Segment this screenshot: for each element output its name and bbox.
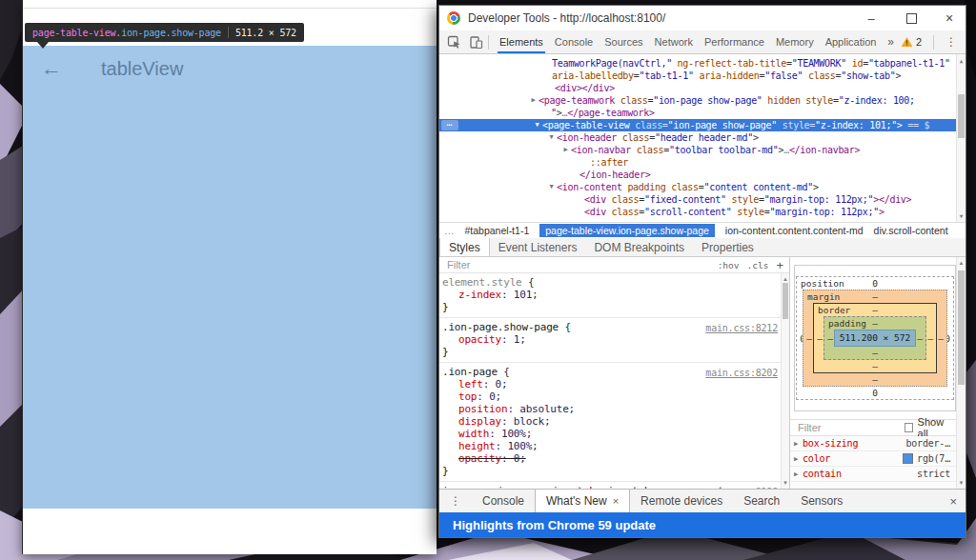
breadcrumb-item[interactable]: page-table-view.ion-page.show-page — [539, 224, 715, 237]
box-model-position[interactable]: position 0 0 0 0 margin – – – – border — [796, 276, 954, 400]
scrollbar-thumb[interactable] — [783, 283, 788, 319]
inspect-element-icon[interactable] — [447, 30, 461, 53]
tree-row[interactable]: ▼<page-table-view class="ion-page show-p… — [439, 119, 956, 131]
tree-row[interactable]: <div class="scroll-content" style="margi… — [439, 206, 956, 218]
computed-value-text: strict — [917, 469, 950, 479]
tree-row[interactable]: <div></div> — [439, 82, 956, 94]
tab-elements[interactable]: Elements — [494, 30, 549, 53]
computed-row[interactable]: ▶containstrict — [790, 467, 956, 482]
stylesheet-link[interactable]: main.css:8202 — [705, 367, 778, 379]
tree-row[interactable]: ::after — [439, 156, 956, 169]
tree-row[interactable]: ▼<ion-content padding class="content con… — [439, 181, 956, 193]
elements-scrollbar[interactable]: ▲ ▼ — [956, 54, 966, 222]
tab-console[interactable]: Console — [549, 30, 599, 53]
breadcrumb-item[interactable]: … — [444, 225, 455, 236]
tree-row[interactable]: <div class="fixed-content" style="margin… — [439, 193, 956, 206]
inspect-tooltip: page-table-view.ion-page.show-page 511.2… — [25, 23, 304, 42]
warning-count: 2 — [916, 36, 922, 48]
css-property[interactable]: width: 100%; — [442, 428, 785, 440]
drawer-menu-icon[interactable]: ⋮ — [450, 490, 461, 512]
tab-network[interactable]: Network — [649, 30, 699, 53]
warnings-indicator[interactable]: 2 — [901, 36, 922, 48]
box-model-border[interactable]: border – – – – padding – – – — [813, 303, 937, 373]
sidebar-tab-styles[interactable]: Styles — [439, 238, 490, 256]
style-filter-controls: :hov.cls+ — [718, 258, 783, 272]
expand-arrow-icon[interactable]: ▶ — [528, 94, 539, 107]
scroll-down-icon[interactable]: ▼ — [957, 480, 966, 486]
css-property[interactable]: opacity: 0; — [442, 452, 785, 465]
scroll-up-icon[interactable]: ▲ — [782, 276, 789, 282]
css-property[interactable]: height: 100%; — [442, 440, 785, 452]
styles-scrollbar[interactable]: ▲ ▼ — [781, 273, 789, 489]
sidebar-tab-event-listeners[interactable]: Event Listeners — [490, 238, 586, 256]
whats-new-banner[interactable]: Highlights from Chrome 59 update — [439, 512, 966, 537]
styles-filter-input[interactable] — [445, 258, 554, 271]
css-property[interactable]: z-index: 101; — [442, 289, 785, 301]
computed-row[interactable]: ▶colorrgb(7… — [790, 451, 956, 467]
tree-row[interactable]: ">…</page-teamwork> — [439, 107, 956, 119]
drawer-tab-search[interactable]: Search — [733, 490, 790, 512]
breadcrumb-item[interactable]: div.scroll-content — [874, 225, 948, 236]
scroll-down-icon[interactable]: ▼ — [782, 480, 789, 486]
css-property[interactable]: position: absolute; — [442, 403, 785, 415]
back-arrow-icon[interactable]: ← — [41, 57, 62, 80]
maximize-button[interactable] — [897, 6, 925, 30]
computed-property-name: color — [803, 453, 830, 464]
close-drawer-icon[interactable]: × — [949, 490, 957, 512]
css-property[interactable]: display: block; — [442, 415, 785, 428]
box-model-padding[interactable]: padding – – – – 511.200 × 572 — [824, 316, 926, 360]
expand-arrow-icon[interactable]: ▼ — [546, 181, 557, 193]
tree-row[interactable]: ▼<ion-header class="header header-md"> — [439, 131, 956, 144]
breadcrumb-item[interactable]: #tabpanel-t1-1 — [465, 225, 530, 236]
scrollbar-thumb[interactable] — [958, 94, 965, 138]
expand-arrow-icon[interactable]: ▶ — [794, 470, 803, 478]
css-property[interactable]: left: 0; — [442, 378, 785, 390]
style-toolbar-button[interactable]: :hov — [718, 260, 740, 270]
close-window-button[interactable]: × — [935, 6, 964, 30]
close-tab-icon[interactable]: × — [613, 495, 619, 507]
css-property[interactable]: top: 0; — [442, 390, 785, 403]
devtools-tabbar: ElementsConsoleSourcesNetworkPerformance… — [439, 30, 966, 54]
sidebar-scrollbar[interactable]: ▲ ▼ — [956, 257, 966, 489]
expand-arrow-icon[interactable]: ▼ — [532, 119, 542, 131]
expand-arrow-icon[interactable]: ▶ — [794, 440, 803, 448]
devtools-menu-icon[interactable]: ⋮ — [946, 35, 957, 49]
tree-row[interactable]: aria-labelledby="tab-t1-1" aria-hidden="… — [439, 70, 956, 82]
box-model-margin[interactable]: margin – – – – border – – – – — [803, 290, 947, 387]
minimize-button[interactable]: – — [857, 6, 885, 30]
drawer-tab-sensors[interactable]: Sensors — [790, 490, 853, 512]
scroll-up-icon[interactable]: ▲ — [957, 260, 966, 266]
expand-arrow-icon[interactable]: ▼ — [546, 131, 557, 144]
scrollbar-thumb[interactable] — [958, 270, 965, 385]
sidebar-tab-properties[interactable]: Properties — [693, 238, 762, 256]
computed-row[interactable]: ▶box-sizingborder-… — [790, 436, 956, 451]
node-overflow-icon[interactable]: ⋯ — [441, 120, 458, 130]
breadcrumb-item[interactable]: ion-content.content.content-md — [725, 225, 864, 236]
checkbox-icon[interactable] — [905, 423, 913, 432]
device-toolbar-icon[interactable] — [469, 30, 483, 53]
tab-memory[interactable]: Memory — [770, 30, 820, 53]
css-property[interactable]: opacity: 1; — [442, 333, 785, 346]
scroll-up-icon[interactable]: ▲ — [957, 57, 966, 64]
tab-sources[interactable]: Sources — [599, 30, 648, 53]
expand-arrow-icon[interactable]: ▶ — [794, 455, 803, 463]
devtools-titlebar[interactable]: Developer Tools - http://localhost:8100/… — [439, 6, 966, 30]
tree-row[interactable]: TeamworkPage(navCtrl," ng-reflect-tab-ti… — [439, 57, 956, 70]
tree-row[interactable]: ▶<ion-navbar class="toolbar toolbar-md">… — [439, 144, 956, 156]
style-toolbar-button[interactable]: + — [776, 258, 783, 272]
stylesheet-link[interactable]: main.css:8212 — [705, 322, 778, 334]
drawer-tab-what-s-new[interactable]: What's New× — [535, 490, 630, 512]
sidebar-tab-dom-breakpoints[interactable]: DOM Breakpoints — [585, 238, 693, 256]
computed-filter-input[interactable] — [796, 421, 905, 434]
box-model-content-size[interactable]: 511.200 × 572 — [834, 330, 916, 347]
tree-row[interactable]: </ion-header> — [439, 169, 956, 181]
tab-application[interactable]: Application — [820, 30, 883, 53]
tree-row[interactable]: ▶<page-teamwork class="ion-page show-pag… — [439, 94, 956, 107]
tab-performance[interactable]: Performance — [699, 30, 770, 53]
expand-arrow-icon[interactable]: ▶ — [560, 144, 571, 156]
more-tabs-icon[interactable]: » — [887, 35, 894, 49]
style-toolbar-button[interactable]: .cls — [747, 260, 769, 270]
scroll-down-icon[interactable]: ▼ — [957, 212, 966, 219]
drawer-tab-remote-devices[interactable]: Remote devices — [630, 490, 733, 512]
drawer-tab-console[interactable]: Console — [472, 490, 535, 512]
